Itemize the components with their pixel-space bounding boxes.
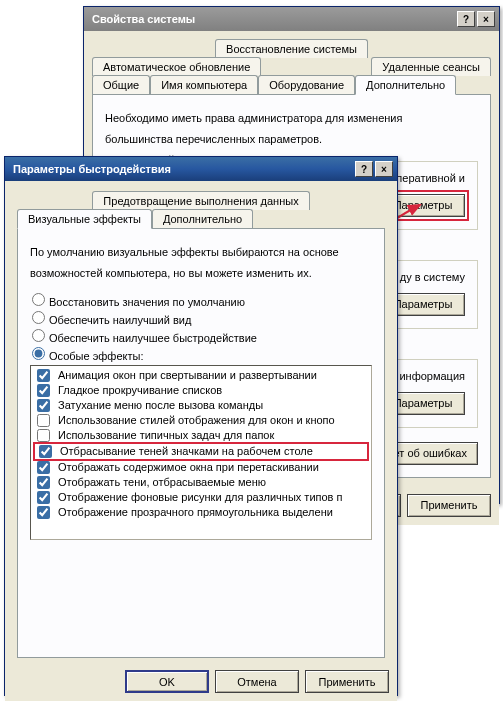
tab-hardware[interactable]: Оборудование (258, 75, 355, 95)
tab-dep[interactable]: Предотвращение выполнения данных (92, 191, 309, 210)
bg-titlebar: Свойства системы ? × (84, 7, 499, 31)
fg-dialog-buttons: OK Отмена Применить (5, 662, 397, 701)
radio-label: Обеспечить наилучший вид (49, 314, 191, 326)
effect-check-row[interactable]: Отображать тени, отбрасываемые меню (33, 475, 369, 490)
help-button[interactable]: ? (355, 161, 373, 177)
tab-auto-update[interactable]: Автоматическое обновление (92, 57, 261, 76)
bg-window-title: Свойства системы (92, 13, 457, 25)
effect-checkbox[interactable] (37, 399, 50, 412)
effect-label: Отображать содержимое окна при перетаски… (58, 461, 319, 473)
effects-checklist[interactable]: Анимация окон при свертывании и разверты… (30, 365, 372, 540)
radio-label: Особые эффекты: (49, 350, 143, 362)
effect-label: Гладкое прокручивание списков (58, 384, 222, 396)
effect-checkbox[interactable] (37, 476, 50, 489)
effect-check-row[interactable]: Гладкое прокручивание списков (33, 383, 369, 398)
effects-radio-option[interactable]: Обеспечить наилучшее быстродействие (30, 329, 372, 344)
effect-label: Отбрасывание теней значками на рабочем с… (60, 445, 313, 457)
effect-check-row[interactable]: Использование типичных задач для папок (33, 428, 369, 443)
fg-titlebar: Параметры быстродействия ? × (5, 157, 397, 181)
radio-input[interactable] (32, 329, 45, 342)
effect-label: Использование стилей отображения для око… (58, 414, 335, 426)
help-button[interactable]: ? (457, 11, 475, 27)
effect-check-row[interactable]: Анимация окон при свертывании и разверты… (33, 368, 369, 383)
bg-apply-button[interactable]: Применить (407, 494, 491, 517)
performance-options-window: Параметры быстродействия ? × Предотвраще… (4, 156, 398, 696)
radio-input[interactable] (32, 347, 45, 360)
tab-general[interactable]: Общие (92, 75, 150, 95)
effect-label: Использование типичных задач для папок (58, 429, 274, 441)
effect-label: Отображение прозрачного прямоугольника в… (58, 506, 333, 518)
effect-checkbox[interactable] (37, 369, 50, 382)
fg-desc1: По умолчанию визуальные эффекты выбирают… (30, 245, 372, 260)
ok-button[interactable]: OK (125, 670, 209, 693)
tab-advanced[interactable]: Дополнительно (355, 75, 456, 95)
tab-system-restore[interactable]: Восстановление системы (215, 39, 368, 58)
effect-check-row[interactable]: Отображать содержимое окна при перетаски… (33, 460, 369, 475)
effect-check-row[interactable]: Отображение прозрачного прямоугольника в… (33, 505, 369, 520)
apply-button[interactable]: Применить (305, 670, 389, 693)
close-button[interactable]: × (477, 11, 495, 27)
effects-radio-option[interactable]: Восстановить значения по умолчанию (30, 293, 372, 308)
radio-input[interactable] (32, 311, 45, 324)
bg-desc1: Необходимо иметь права администратора дл… (105, 111, 478, 126)
effect-check-row[interactable]: Использование стилей отображения для око… (33, 413, 369, 428)
effect-checkbox[interactable] (37, 429, 50, 442)
fg-window-title: Параметры быстродействия (13, 163, 355, 175)
radio-input[interactable] (32, 293, 45, 306)
radio-label: Восстановить значения по умолчанию (49, 296, 245, 308)
tab-visual-effects[interactable]: Визуальные эффекты (17, 209, 152, 229)
effect-check-row[interactable]: Отображение фоновые рисунки для различны… (33, 490, 369, 505)
radio-label: Обеспечить наилучшее быстродействие (49, 332, 257, 344)
tab-remote[interactable]: Удаленные сеансы (371, 57, 491, 76)
fg-window-body: Предотвращение выполнения данных Визуаль… (5, 181, 397, 662)
effect-checkbox[interactable] (39, 445, 52, 458)
bg-desc2: большинства перечисленных параметров. (105, 132, 478, 147)
effect-check-row[interactable]: Отбрасывание теней значками на рабочем с… (33, 442, 369, 461)
effect-checkbox[interactable] (37, 506, 50, 519)
effect-checkbox[interactable] (37, 461, 50, 474)
effect-label: Затухание меню после вызова команды (58, 399, 263, 411)
effects-radio-option[interactable]: Особые эффекты: (30, 347, 372, 362)
fg-desc2: возможностей компьютера, но вы можете из… (30, 266, 372, 281)
effect-checkbox[interactable] (37, 491, 50, 504)
effect-label: Отображать тени, отбрасываемые меню (58, 476, 266, 488)
cancel-button[interactable]: Отмена (215, 670, 299, 693)
effect-checkbox[interactable] (37, 384, 50, 397)
close-button[interactable]: × (375, 161, 393, 177)
effect-label: Отображение фоновые рисунки для различны… (58, 491, 342, 503)
effect-checkbox[interactable] (37, 414, 50, 427)
fg-tabpanel: По умолчанию визуальные эффекты выбирают… (17, 228, 385, 658)
tab-computer-name[interactable]: Имя компьютера (150, 75, 258, 95)
effects-radio-option[interactable]: Обеспечить наилучший вид (30, 311, 372, 326)
effect-check-row[interactable]: Затухание меню после вызова команды (33, 398, 369, 413)
effect-label: Анимация окон при свертывании и разверты… (58, 369, 317, 381)
tab-advanced-perf[interactable]: Дополнительно (152, 209, 253, 229)
